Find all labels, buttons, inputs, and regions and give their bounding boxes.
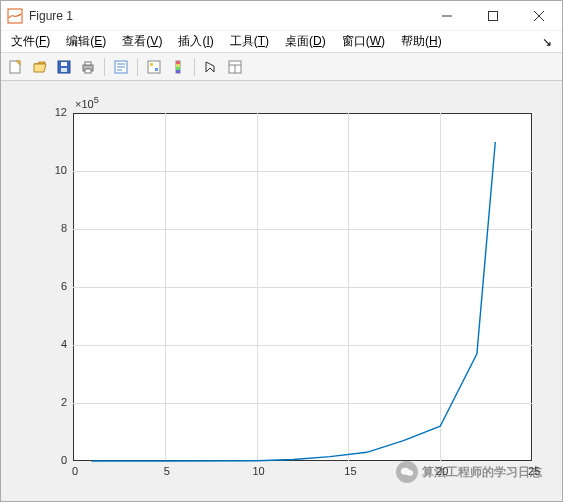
print-preview-icon[interactable] <box>110 56 132 78</box>
edit-plot-icon[interactable] <box>200 56 222 78</box>
save-icon[interactable] <box>53 56 75 78</box>
minimize-button[interactable] <box>424 1 470 31</box>
menu-help[interactable]: 帮助(H) <box>395 31 448 52</box>
svg-rect-21 <box>176 61 180 64</box>
line-plot <box>17 91 546 487</box>
plot-area: ×1050510152025024681012 算法工程师的学习日志 <box>1 81 562 501</box>
figure-window: Figure 1 文件(F) 编辑(E) 查看(V) 插入(I) 工具(T) 桌… <box>0 0 563 502</box>
svg-rect-17 <box>148 61 160 73</box>
toolbar-separator <box>104 58 105 76</box>
plot-frame[interactable]: ×1050510152025024681012 <box>17 91 546 487</box>
open-property-inspector-icon[interactable] <box>224 56 246 78</box>
menu-tools[interactable]: 工具(T) <box>224 31 275 52</box>
svg-rect-12 <box>85 69 91 73</box>
app-icon <box>7 8 23 24</box>
insert-colorbar-icon[interactable] <box>167 56 189 78</box>
open-icon[interactable] <box>29 56 51 78</box>
menu-desktop[interactable]: 桌面(D) <box>279 31 332 52</box>
svg-rect-2 <box>489 11 498 20</box>
close-button[interactable] <box>516 1 562 31</box>
titlebar: Figure 1 <box>1 1 562 31</box>
print-icon[interactable] <box>77 56 99 78</box>
svg-rect-18 <box>150 63 153 66</box>
link-plot-icon[interactable] <box>143 56 165 78</box>
window-title: Figure 1 <box>29 9 424 23</box>
svg-rect-19 <box>155 68 158 71</box>
menu-edit[interactable]: 编辑(E) <box>60 31 112 52</box>
toolbar-separator <box>137 58 138 76</box>
svg-rect-24 <box>176 70 180 73</box>
menu-insert[interactable]: 插入(I) <box>172 31 219 52</box>
maximize-button[interactable] <box>470 1 516 31</box>
svg-rect-9 <box>61 68 67 72</box>
toolbar-separator <box>194 58 195 76</box>
menu-file[interactable]: 文件(F) <box>5 31 56 52</box>
menu-window[interactable]: 窗口(W) <box>336 31 391 52</box>
menubar: 文件(F) 编辑(E) 查看(V) 插入(I) 工具(T) 桌面(D) 窗口(W… <box>1 31 562 53</box>
toolbar <box>1 53 562 81</box>
menu-view[interactable]: 查看(V) <box>116 31 168 52</box>
new-figure-icon[interactable] <box>5 56 27 78</box>
svg-rect-22 <box>176 64 180 67</box>
svg-rect-23 <box>176 67 180 70</box>
menu-more-icon[interactable]: ↘ <box>536 35 558 49</box>
svg-rect-8 <box>61 62 67 66</box>
svg-rect-11 <box>85 62 91 65</box>
